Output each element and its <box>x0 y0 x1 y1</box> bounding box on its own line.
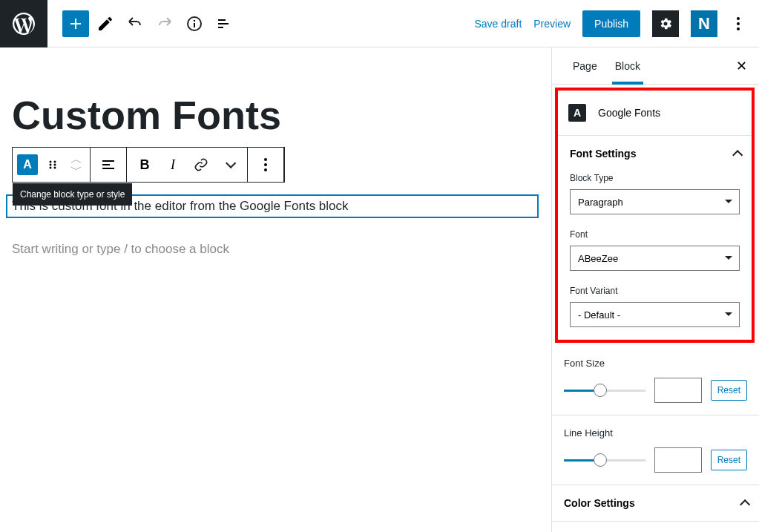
chevron-up-icon <box>732 150 740 157</box>
color-settings-heading[interactable]: Color Settings <box>564 497 747 509</box>
block-type-field: Block Type <box>570 173 740 214</box>
font-variant-field: Font Variant <box>570 286 740 327</box>
dots-vertical-icon <box>264 158 267 171</box>
tab-page[interactable]: Page <box>564 47 606 85</box>
font-field: Font <box>570 229 740 271</box>
drag-handle[interactable] <box>39 151 66 178</box>
font-variant-select[interactable] <box>570 302 740 327</box>
font-select[interactable] <box>570 246 740 271</box>
block-type-icon[interactable]: A <box>17 154 38 175</box>
move-updown[interactable]: ︿ ﹀ <box>68 154 85 175</box>
line-height-slider[interactable] <box>564 453 645 467</box>
svg-point-5 <box>737 27 740 30</box>
add-block-button[interactable] <box>62 10 89 37</box>
bold-button[interactable]: B <box>131 151 158 178</box>
list-icon <box>215 15 233 33</box>
link-button[interactable] <box>188 151 214 178</box>
pencil-icon <box>96 15 114 33</box>
font-size-panel: Font Size Reset <box>552 346 759 416</box>
svg-point-8 <box>50 164 52 166</box>
svg-point-11 <box>54 167 56 169</box>
publish-button[interactable]: Publish <box>582 10 640 37</box>
line-height-panel: Line Height Reset <box>552 416 759 485</box>
toolbar-right: Save draft Preview Publish N <box>474 10 759 37</box>
block-toolbar: A ︿ ﹀ B I <box>12 147 285 183</box>
dots-vertical-icon <box>737 17 740 30</box>
font-size-reset[interactable]: Reset <box>711 380 747 401</box>
redo-button <box>151 10 178 37</box>
line-height-input[interactable] <box>654 447 702 473</box>
wordpress-logo[interactable] <box>0 0 47 47</box>
block-type-select[interactable] <box>570 189 740 214</box>
top-bar: Save draft Preview Publish N <box>0 0 759 47</box>
page-title[interactable]: Custom Fonts <box>12 92 545 138</box>
link-icon <box>194 157 208 172</box>
undo-button[interactable] <box>122 10 148 37</box>
svg-rect-2 <box>194 23 195 27</box>
settings-button[interactable] <box>652 10 679 37</box>
italic-button[interactable]: I <box>160 151 186 178</box>
line-height-label: Line Height <box>564 427 747 439</box>
svg-point-3 <box>737 17 740 20</box>
color-settings-panel: Color Settings <box>552 485 759 522</box>
chevron-up-icon <box>740 499 747 507</box>
editor-canvas[interactable]: Custom Fonts A ︿ ﹀ B I <box>0 47 551 532</box>
save-draft-button[interactable]: Save draft <box>474 18 522 30</box>
more-menu-button[interactable] <box>729 17 747 30</box>
align-left-icon <box>101 157 116 172</box>
font-size-input[interactable] <box>654 378 702 403</box>
toolbar-left <box>47 10 237 37</box>
svg-point-4 <box>737 22 740 25</box>
info-icon <box>185 15 203 33</box>
tab-block[interactable]: Block <box>606 47 649 85</box>
svg-point-7 <box>54 161 56 163</box>
plus-icon <box>67 15 85 33</box>
more-rich-text[interactable] <box>216 151 243 178</box>
svg-point-9 <box>54 164 56 166</box>
main-area: Custom Fonts A ︿ ﹀ B I <box>0 47 759 532</box>
svg-point-6 <box>50 161 52 163</box>
font-settings-heading[interactable]: Font Settings <box>570 148 740 160</box>
tooltip: Change block type or style <box>13 183 132 206</box>
preview-button[interactable]: Preview <box>533 18 571 30</box>
drag-icon <box>47 159 59 171</box>
n-button[interactable]: N <box>691 10 717 37</box>
align-button[interactable] <box>95 151 122 178</box>
info-button[interactable] <box>181 10 208 37</box>
line-height-reset[interactable]: Reset <box>711 450 747 470</box>
redo-icon <box>156 15 174 33</box>
block-header: A Google Fonts <box>558 91 752 136</box>
svg-point-14 <box>264 168 267 171</box>
svg-point-10 <box>50 167 52 169</box>
font-size-label: Font Size <box>564 358 747 369</box>
font-settings-panel: Font Settings Block Type Font Font <box>558 136 752 340</box>
wp-icon <box>10 10 37 37</box>
block-more-button[interactable] <box>252 151 279 178</box>
highlight-box: A Google Fonts Font Settings Block Type … <box>555 88 755 343</box>
block-icon: A <box>568 104 586 122</box>
svg-point-13 <box>264 163 267 166</box>
settings-sidebar: Page Block ✕ A Google Fonts Font Setting… <box>551 47 759 532</box>
placeholder-block[interactable]: Start writing or type / to choose a bloc… <box>12 242 545 257</box>
font-variant-label: Font Variant <box>570 286 740 296</box>
block-type-label: Block Type <box>570 173 740 183</box>
undo-icon <box>126 15 144 33</box>
sidebar-tabs: Page Block ✕ <box>552 47 759 85</box>
block-name: Google Fonts <box>598 107 660 119</box>
edit-mode-button[interactable] <box>92 10 119 37</box>
chevron-down-icon: ﹀ <box>68 165 85 175</box>
svg-point-12 <box>264 158 267 161</box>
font-settings-title: Font Settings <box>570 148 636 160</box>
close-panel-button[interactable]: ✕ <box>736 58 747 74</box>
font-size-slider[interactable] <box>564 383 645 398</box>
outline-button[interactable] <box>211 10 237 37</box>
gear-icon <box>658 16 673 31</box>
chevron-down-icon <box>226 161 233 168</box>
font-label: Font <box>570 229 740 240</box>
color-settings-title: Color Settings <box>564 497 635 509</box>
svg-point-1 <box>194 19 195 21</box>
